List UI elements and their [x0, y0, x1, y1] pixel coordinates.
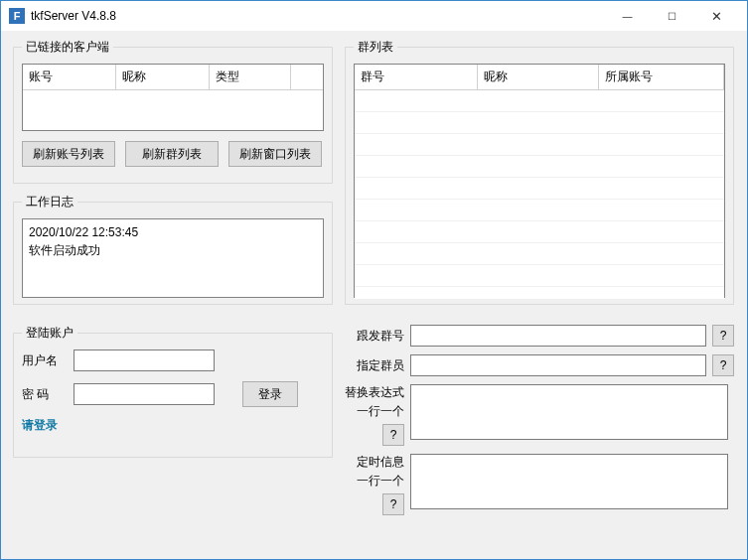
password-input[interactable] [74, 383, 215, 405]
col-group-nick[interactable]: 昵称 [478, 65, 599, 90]
window-title: tkfServer V4.8.8 [31, 9, 605, 23]
col-group-id[interactable]: 群号 [355, 65, 478, 90]
follow-group-help-button[interactable]: ? [712, 325, 734, 347]
assign-member-help-button[interactable]: ? [712, 354, 734, 376]
col-owner-account[interactable]: 所属账号 [599, 65, 724, 90]
col-spacer [291, 65, 323, 90]
work-log-textarea[interactable]: 2020/10/22 12:53:45 软件启动成功 [22, 218, 324, 298]
work-log-group: 工作日志 2020/10/22 12:53:45 软件启动成功 [13, 194, 333, 305]
assign-member-input[interactable] [410, 354, 706, 376]
clients-table-body[interactable] [23, 90, 323, 130]
timed-info-textarea[interactable] [410, 454, 728, 509]
replace-expr-sub: 一行一个 [357, 403, 404, 420]
group-list-group: 群列表 群号 昵称 所属账号 [345, 39, 734, 305]
group-list-legend: 群列表 [354, 39, 397, 56]
password-row: 密 码 登录 [22, 381, 324, 407]
follow-group-label: 跟发群号 [345, 325, 404, 345]
connected-clients-legend: 已链接的客户端 [22, 39, 113, 56]
login-status: 请登录 [22, 417, 324, 434]
assign-member-row: 指定群员 ? [345, 354, 734, 376]
groups-table-header: 群号 昵称 所属账号 [355, 65, 724, 90]
titlebar: F tkfServer V4.8.8 — ☐ ✕ [1, 1, 747, 31]
replace-expr-row: 替换表达式 一行一个 ? [345, 384, 734, 446]
follow-group-input[interactable] [410, 325, 706, 347]
work-log-legend: 工作日志 [22, 194, 77, 210]
login-legend: 登陆账户 [22, 325, 77, 342]
clients-button-row: 刷新账号列表 刷新群列表 刷新窗口列表 [22, 141, 324, 167]
maximize-button[interactable]: ☐ [650, 1, 694, 31]
username-label: 用户名 [22, 352, 74, 369]
app-icon: F [9, 8, 25, 24]
replace-expr-label: 替换表达式 [345, 384, 404, 401]
login-group: 登陆账户 用户名 密 码 登录 请登录 [13, 325, 333, 458]
refresh-groups-button[interactable]: 刷新群列表 [125, 141, 219, 167]
timed-info-row: 定时信息 一行一个 ? [345, 454, 734, 515]
col-type[interactable]: 类型 [210, 65, 291, 90]
minimize-button[interactable]: — [605, 1, 650, 31]
col-nickname[interactable]: 昵称 [116, 65, 210, 90]
login-button[interactable]: 登录 [242, 381, 298, 407]
username-input[interactable] [74, 350, 215, 371]
password-label: 密 码 [22, 386, 74, 403]
replace-expr-help-button[interactable]: ? [382, 424, 404, 446]
connected-clients-group: 已链接的客户端 账号 昵称 类型 刷新账号列表 刷新群列表 刷新窗口列表 [13, 39, 333, 184]
timed-info-label-col: 定时信息 一行一个 ? [345, 454, 404, 515]
clients-table-header: 账号 昵称 类型 [23, 65, 323, 90]
timed-info-label: 定时信息 [357, 454, 404, 471]
clients-table[interactable]: 账号 昵称 类型 [22, 64, 324, 131]
timed-info-sub: 一行一个 [357, 473, 404, 490]
refresh-windows-button[interactable]: 刷新窗口列表 [228, 141, 322, 167]
app-window: F tkfServer V4.8.8 — ☐ ✕ 已链接的客户端 账号 昵称 类… [0, 0, 748, 560]
groups-table-body[interactable] [355, 90, 724, 299]
assign-member-label: 指定群员 [345, 354, 404, 374]
replace-expr-textarea[interactable] [410, 384, 728, 440]
groups-table[interactable]: 群号 昵称 所属账号 [354, 64, 725, 298]
username-row: 用户名 [22, 350, 324, 371]
settings-form: 跟发群号 ? 指定群员 ? 替换表达式 一行一个 ? 定时信息 [345, 325, 734, 523]
refresh-accounts-button[interactable]: 刷新账号列表 [22, 141, 115, 167]
window-controls: — ☐ ✕ [605, 1, 739, 31]
col-account[interactable]: 账号 [23, 65, 116, 90]
replace-expr-label-col: 替换表达式 一行一个 ? [345, 384, 404, 446]
follow-group-row: 跟发群号 ? [345, 325, 734, 347]
client-area: 已链接的客户端 账号 昵称 类型 刷新账号列表 刷新群列表 刷新窗口列表 工作日… [1, 31, 747, 559]
timed-info-help-button[interactable]: ? [382, 493, 404, 515]
close-button[interactable]: ✕ [694, 1, 739, 31]
